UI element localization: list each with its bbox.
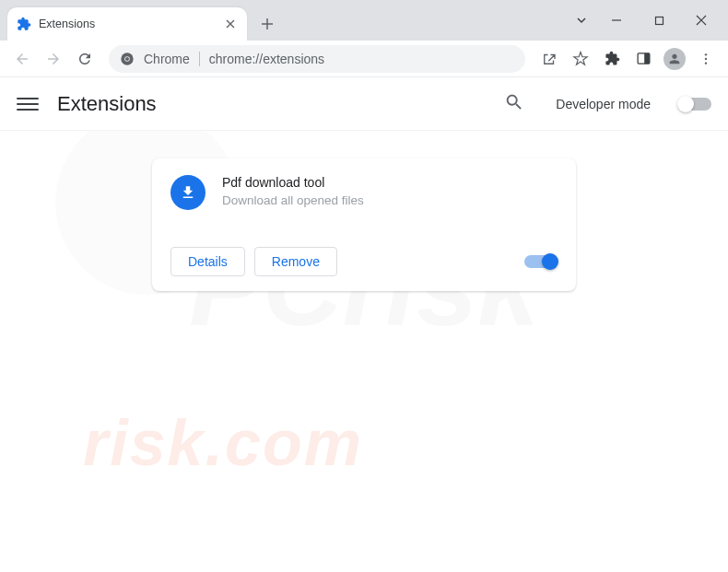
close-tab-icon[interactable]	[223, 17, 238, 31]
svg-point-6	[705, 53, 707, 55]
profile-avatar[interactable]	[662, 46, 687, 72]
tab-title: Extensions	[39, 18, 216, 30]
close-window-button[interactable]	[680, 6, 722, 35]
extension-puzzle-icon	[17, 17, 31, 31]
tab-search-icon[interactable]	[568, 6, 595, 35]
download-icon	[170, 175, 205, 210]
developer-mode-toggle[interactable]	[678, 98, 711, 111]
back-button[interactable]	[9, 46, 35, 72]
browser-toolbar: Chrome chrome://extensions	[0, 41, 728, 77]
bookmark-icon[interactable]	[568, 46, 593, 72]
extension-enable-toggle[interactable]	[524, 255, 558, 268]
new-tab-button[interactable]	[254, 11, 280, 37]
extensions-icon[interactable]	[599, 46, 625, 72]
remove-button[interactable]: Remove	[254, 247, 337, 276]
svg-point-3	[125, 57, 129, 61]
address-bar[interactable]: Chrome chrome://extensions	[109, 45, 525, 73]
window-titlebar: Extensions	[0, 0, 728, 41]
svg-rect-0	[655, 17, 663, 24]
share-icon[interactable]	[536, 46, 562, 72]
extension-name: Pdf download tool	[222, 175, 364, 190]
extensions-content: Pdf download tool Download all opened fi…	[0, 131, 728, 319]
developer-mode-label: Developer mode	[556, 97, 651, 111]
window-controls	[568, 0, 722, 41]
extensions-header: Extensions Developer mode	[0, 77, 728, 131]
chrome-icon	[120, 52, 135, 66]
omnibox-url: chrome://extensions	[209, 52, 324, 66]
menu-icon[interactable]	[17, 93, 39, 115]
side-panel-icon[interactable]	[630, 46, 656, 72]
svg-point-7	[705, 57, 707, 59]
extension-card: Pdf download tool Download all opened fi…	[152, 158, 576, 291]
svg-point-8	[705, 62, 707, 64]
extension-description: Download all opened files	[222, 193, 364, 207]
search-icon[interactable]	[504, 92, 524, 116]
omnibox-protocol: Chrome	[144, 52, 200, 66]
details-button[interactable]: Details	[170, 247, 245, 276]
browser-tab[interactable]: Extensions	[7, 7, 247, 41]
maximize-button[interactable]	[638, 6, 680, 35]
svg-rect-5	[644, 53, 650, 64]
forward-button[interactable]	[41, 46, 66, 72]
reload-button[interactable]	[72, 46, 98, 72]
kebab-menu-icon[interactable]	[693, 46, 719, 72]
page-title: Extensions	[57, 92, 486, 116]
minimize-button[interactable]	[595, 6, 638, 35]
